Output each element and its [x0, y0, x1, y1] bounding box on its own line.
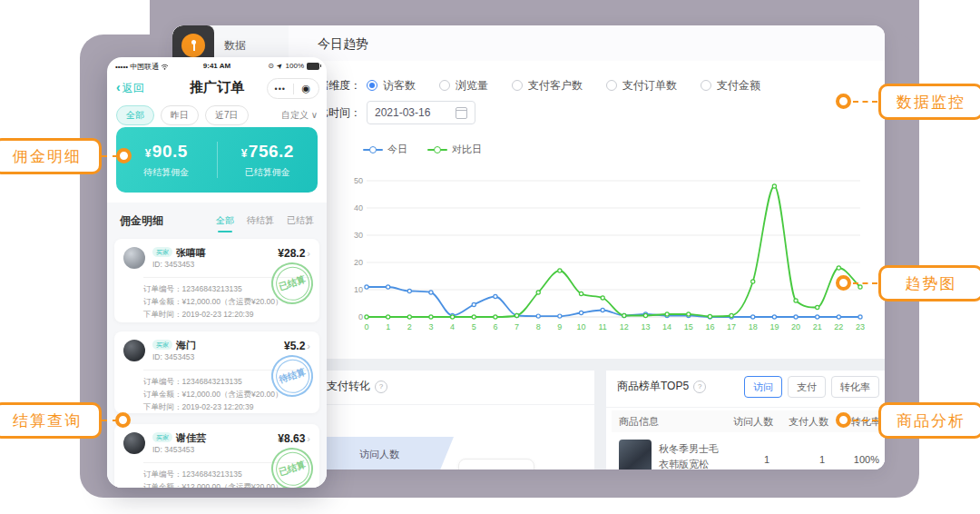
callout-anchor-ring: [836, 94, 851, 109]
svg-text:10: 10: [354, 285, 363, 294]
trend-line-chart: 0102030405001234567891011121314151617181…: [352, 173, 871, 341]
col-visits: 访问人数: [733, 415, 773, 429]
buyer-name: 张嘻嘻: [176, 246, 206, 260]
date-input[interactable]: 2021-03-16: [367, 101, 475, 124]
pill-last7days[interactable]: 近7日: [205, 105, 249, 125]
radio-visitors[interactable]: 访客数: [367, 78, 416, 94]
legend-line-icon: [427, 149, 447, 151]
order-amount: 订单金额：¥12,000.00（含运费¥20.00）: [143, 295, 283, 308]
close-target-icon[interactable]: ◉: [294, 83, 319, 94]
svg-text:0: 0: [358, 312, 363, 321]
cell-visits: 1: [764, 454, 769, 465]
svg-text:23: 23: [856, 322, 865, 331]
svg-text:30: 30: [354, 231, 363, 240]
battery-icon: [307, 63, 319, 70]
funnel-stage-label: 访问人数: [359, 448, 399, 461]
help-icon[interactable]: ?: [375, 381, 387, 393]
svg-text:20: 20: [791, 322, 800, 331]
tab-conversion[interactable]: 转化率: [831, 376, 879, 398]
order-no: 订单编号：12346843213135: [143, 375, 283, 388]
sidebar-item-data[interactable]: 数据: [224, 38, 246, 54]
settled-commission: ¥756.2 已结算佣金: [218, 127, 318, 193]
chevron-right-icon: ›: [307, 248, 310, 259]
svg-text:0: 0: [364, 322, 368, 331]
svg-text:8: 8: [536, 322, 541, 331]
buyer-name: 海门: [176, 339, 196, 352]
pill-yesterday[interactable]: 昨日: [161, 105, 199, 125]
commission-amount: ¥28.2: [278, 247, 305, 260]
legend-compare[interactable]: 对比日: [427, 143, 482, 156]
svg-text:1: 1: [386, 322, 390, 331]
pill-all[interactable]: 全部: [116, 105, 154, 125]
chart-legend: 今日 对比日: [363, 143, 482, 156]
pending-label: 待结算佣金: [143, 166, 189, 179]
radio-icon: [512, 80, 523, 91]
page: 数据 今日趋势 数据维度： 访客数 浏览量 支付客户数 支付订单数 支付金额 对…: [0, 0, 980, 514]
legend-today[interactable]: 今日: [363, 143, 407, 156]
compare-date-row: 对比时间： 2021-03-16: [307, 101, 475, 124]
svg-text:17: 17: [727, 322, 736, 331]
buyer-badge: 买家: [152, 247, 172, 257]
product-thumbnail: [619, 440, 652, 470]
battery-percent: 100%: [286, 62, 304, 70]
funnel-tooltip: [458, 459, 534, 470]
order-details: 订单编号：12346843213135 订单金额：¥12,000.00（含运费¥…: [143, 375, 283, 413]
svg-text:50: 50: [354, 176, 363, 185]
ctab-pending[interactable]: 待结算: [247, 214, 274, 227]
more-icon[interactable]: •••: [268, 84, 293, 94]
commission-card[interactable]: 买家 张嘻嘻 ¥28.2› ID: 3453453 订单编号：123468432…: [114, 239, 319, 322]
product-tabs: 访问 支付 转化率: [744, 376, 879, 398]
payment-funnel-panel: 支付转化 ? 访问人数: [289, 371, 594, 470]
help-icon[interactable]: ?: [693, 381, 706, 393]
svg-text:7: 7: [514, 322, 519, 331]
svg-text:10: 10: [577, 322, 586, 331]
window-header: 今日趋势: [289, 25, 885, 62]
svg-text:14: 14: [662, 322, 671, 331]
buyer-badge: 买家: [152, 340, 172, 350]
tab-pays[interactable]: 支付: [788, 376, 826, 398]
commission-section-header: 佣金明细 全部 待结算 已结算: [120, 212, 314, 228]
svg-text:15: 15: [684, 322, 693, 331]
callout-settlement-query: 结算查询: [0, 402, 102, 439]
radio-pageviews[interactable]: 浏览量: [439, 78, 488, 94]
order-details: 订单编号：12346843213135 订单金额：¥12,000.00（含运费¥…: [143, 282, 283, 321]
commission-summary-card: ¥90.5 待结算佣金 ¥756.2 已结算佣金: [116, 127, 318, 193]
commission-title: 佣金明细: [120, 213, 163, 229]
commission-amount: ¥5.2: [284, 340, 305, 352]
commission-card[interactable]: 买家 海门 ¥5.2› ID: 3453453 订单编号：12346843213…: [114, 331, 319, 413]
ctab-settled[interactable]: 已结算: [287, 214, 314, 227]
ctab-all[interactable]: 全部: [216, 214, 234, 227]
radio-icon: [439, 80, 450, 91]
avatar: [123, 247, 145, 269]
radio-paying-customers[interactable]: 支付客户数: [512, 78, 583, 94]
svg-text:16: 16: [705, 322, 714, 331]
phone-status-bar: ••••• 中国联通 9:41 AM ⊙ ➤ 100%: [107, 60, 327, 73]
svg-text:12: 12: [620, 322, 629, 331]
radio-icon: [367, 80, 377, 91]
svg-text:6: 6: [493, 322, 497, 331]
radio-paid-orders[interactable]: 支付订单数: [606, 78, 677, 94]
radio-paid-amount[interactable]: 支付金额: [701, 78, 760, 94]
product-name: 秋冬季男士毛 衣韩版宽松: [659, 441, 740, 470]
table-row[interactable]: 秋冬季男士毛 衣韩版宽松 1 1 100%: [612, 432, 881, 470]
tab-visits[interactable]: 访问: [744, 376, 782, 398]
commission-list-section: 佣金明细 全部 待结算 已结算 买家 张嘻嘻 ¥28.2› ID: 345345…: [107, 203, 327, 488]
divider: [289, 404, 594, 405]
pending-amount: 90.5: [152, 142, 188, 161]
svg-text:9: 9: [557, 322, 562, 331]
callout-commission-detail: 佣金明细: [0, 138, 102, 174]
col-pays: 支付人数: [789, 415, 828, 429]
order-time: 下单时间：2019-02-23 12:20:39: [143, 400, 283, 413]
svg-text:40: 40: [354, 203, 363, 213]
callout-trend-chart: 趋势图: [878, 265, 980, 301]
buyer-id: ID: 3453453: [152, 260, 194, 269]
miniprogram-capsule: ••• ◉: [267, 78, 319, 99]
order-time: 下单时间：2019-02-23 12:20:39: [143, 308, 283, 321]
location-icon: ➤: [275, 61, 285, 71]
legend-line-icon: [363, 149, 383, 151]
custom-range-button[interactable]: 自定义 ∨: [281, 109, 318, 122]
pending-commission: ¥90.5 待结算佣金: [116, 127, 217, 193]
commission-card[interactable]: 买家 谢佳芸 ¥8.63› ID: 3453453 订单编号：123468432…: [114, 424, 319, 488]
orientation-lock-icon: ⊙: [268, 62, 274, 70]
avatar: [123, 340, 145, 361]
